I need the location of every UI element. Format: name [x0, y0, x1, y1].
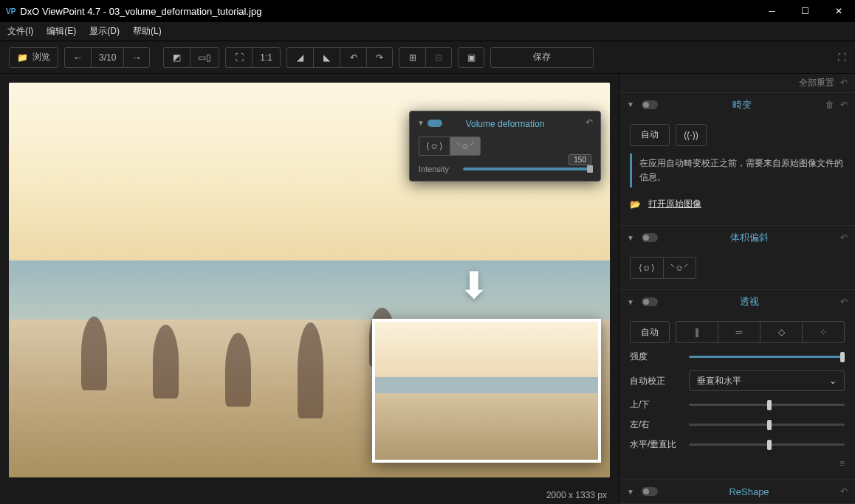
- menu-display[interactable]: 显示(D): [89, 25, 120, 38]
- folder-open-icon: 📂: [630, 199, 641, 210]
- ratio-slider[interactable]: [689, 443, 845, 446]
- reset-icon[interactable]: ↶: [840, 232, 848, 243]
- reset-icon[interactable]: ↶: [840, 297, 848, 307]
- arrow-right-icon: →: [131, 52, 142, 63]
- next-button[interactable]: →: [123, 47, 150, 68]
- arrow-down-icon: ⬇: [459, 264, 490, 307]
- reset-icon[interactable]: ↶: [840, 100, 848, 110]
- rotate-right-button[interactable]: ↷: [366, 47, 393, 68]
- image-viewer: ▼ ↶ Volume deformation ⟨☺⟩ ⸌☺⸍ Intensity…: [0, 74, 619, 504]
- perspective-tool-vertical[interactable]: ‖: [676, 321, 718, 343]
- rect-icon: ◇: [778, 327, 785, 337]
- volume-mode-h-button[interactable]: ⟨☺⟩: [630, 257, 663, 279]
- compare-split-icon: ▭▯: [198, 52, 211, 63]
- chevron-down-icon: ▼: [627, 298, 636, 306]
- guides-icon: ⊟: [435, 52, 442, 63]
- toolbar: 📁 浏览 ← 3/10 → ◩ ▭▯ ⛶ 1:1 ◢ ◣ ↶ ↷ ⊞ ⊟ ▣ 保…: [0, 41, 855, 74]
- intensity-label: Intensity: [419, 165, 456, 173]
- crop-button[interactable]: ▣: [458, 47, 484, 68]
- grid-icon: ⊞: [409, 52, 416, 63]
- maximize-button[interactable]: ☐: [789, 0, 822, 22]
- perspective-auto-button[interactable]: 自动: [630, 321, 670, 343]
- updown-slider[interactable]: [689, 404, 845, 406]
- overlay-toggle[interactable]: [428, 120, 442, 127]
- undo-icon[interactable]: ↶: [840, 77, 848, 88]
- perspective-tool-rect[interactable]: ◇: [760, 321, 802, 343]
- distortion-auto-button[interactable]: 自动: [630, 124, 670, 146]
- chevron-down-icon: ▼: [627, 100, 636, 108]
- intensity-value: 150: [569, 154, 591, 165]
- more-icon[interactable]: ≡: [839, 458, 845, 469]
- leftright-slider[interactable]: [689, 424, 845, 426]
- rotate-left-button[interactable]: ↶: [340, 47, 366, 68]
- reset-all-button[interactable]: 全部重置: [799, 77, 834, 89]
- flip-h-button[interactable]: ◢: [286, 47, 313, 68]
- guides-button[interactable]: ⊟: [425, 47, 452, 68]
- horizontal-lines-icon: ═: [736, 327, 743, 337]
- chevron-down-icon: ▼: [627, 488, 636, 496]
- panel-reshape: ▼ ReShape ↶: [619, 480, 855, 504]
- panel-distortion-header[interactable]: ▼ 畸变 🗑↶: [619, 93, 855, 117]
- open-original-link[interactable]: 📂 打开原始图像: [630, 193, 845, 215]
- volume-mode-d-button[interactable]: ⸌☺⸍: [663, 257, 697, 279]
- distortion-toggle[interactable]: [642, 100, 658, 109]
- person-h-icon: ⟨☺⟩: [426, 141, 442, 151]
- chevron-down-icon[interactable]: ▼: [417, 119, 425, 127]
- panel-title: 畸变: [664, 98, 820, 111]
- menu-file[interactable]: 文件(I): [7, 25, 33, 38]
- close-button[interactable]: ✕: [822, 0, 855, 22]
- reshape-toggle[interactable]: [642, 487, 658, 496]
- flip-v-icon: ◣: [323, 52, 330, 63]
- folder-icon: 📁: [17, 52, 28, 63]
- canvas[interactable]: ▼ ↶ Volume deformation ⟨☺⟩ ⸌☺⸍ Intensity…: [9, 83, 610, 477]
- perspective-tool-horizontal[interactable]: ═: [718, 321, 760, 343]
- fullscreen-button[interactable]: ⛶: [837, 52, 846, 63]
- overlay-reset-button[interactable]: ↶: [586, 117, 593, 128]
- chevron-down-icon: ▼: [627, 234, 636, 242]
- panel-title: ReShape: [664, 486, 834, 497]
- fit-button[interactable]: ⛶: [225, 47, 252, 68]
- auto-correct-select[interactable]: 垂直和水平 ⌄: [689, 370, 845, 391]
- rotate-left-icon: ↶: [350, 52, 357, 63]
- compare-side-button[interactable]: ◩: [163, 47, 190, 68]
- browse-label: 浏览: [32, 51, 50, 63]
- person-h-icon: ⟨☺⟩: [639, 263, 655, 273]
- volume-toggle[interactable]: [642, 233, 658, 242]
- points-icon: ⁘: [820, 327, 827, 337]
- distortion-manual-button[interactable]: ((·)): [676, 124, 707, 146]
- reset-icon[interactable]: ↶: [840, 486, 848, 497]
- auto-correct-label: 自动校正: [630, 375, 681, 387]
- menu-bar: 文件(I) 编辑(E) 显示(D) 帮助(L): [0, 22, 855, 41]
- panel-perspective-header[interactable]: ▼ 透视 ↶: [619, 290, 855, 314]
- menu-edit[interactable]: 编辑(E): [47, 25, 76, 38]
- title-bar: VP DxO ViewPoint 4.7 - 03_volume_deforma…: [0, 0, 855, 22]
- volume-diagonal-button[interactable]: ⸌☺⸍: [450, 137, 481, 156]
- panel-perspective: ▼ 透视 ↶ 自动 ‖ ═ ◇ ⁘ 强度: [619, 290, 855, 480]
- compare-side-icon: ◩: [173, 52, 181, 63]
- person-d-icon: ⸌☺⸍: [670, 263, 688, 273]
- compare-split-button[interactable]: ▭▯: [190, 47, 219, 68]
- panel-volume-header[interactable]: ▼ 体积偏斜 ↶: [619, 226, 855, 249]
- grid-button[interactable]: ⊞: [399, 47, 425, 68]
- perspective-tool-8point[interactable]: ⁘: [802, 321, 845, 343]
- panel-reshape-header[interactable]: ▼ ReShape ↶: [619, 480, 855, 503]
- zoom-11-button[interactable]: 1:1: [252, 47, 281, 68]
- trash-icon[interactable]: 🗑: [825, 100, 834, 110]
- intensity-slider[interactable]: 150: [463, 168, 591, 170]
- crop-icon: ▣: [467, 52, 475, 63]
- flip-v-button[interactable]: ◣: [313, 47, 340, 68]
- prev-button[interactable]: ←: [64, 47, 91, 68]
- sliders-icon: ((·)): [684, 130, 698, 140]
- window-title: DxO ViewPoint 4.7 - 03_volume_deformatio…: [20, 6, 755, 17]
- result-preview-inset: [372, 319, 601, 463]
- perspective-toggle[interactable]: [642, 297, 658, 306]
- perspective-intensity-slider[interactable]: [689, 356, 845, 358]
- minimize-button[interactable]: ─: [755, 0, 789, 22]
- volume-horizontal-button[interactable]: ⟨☺⟩: [419, 137, 450, 156]
- save-button[interactable]: 保存: [490, 47, 594, 68]
- image-dimensions: 2000 x 1333 px: [546, 490, 607, 500]
- fit-icon: ⛶: [235, 52, 244, 63]
- browse-button[interactable]: 📁 浏览: [9, 47, 58, 68]
- menu-help[interactable]: 帮助(L): [133, 25, 162, 38]
- intensity-label: 强度: [630, 351, 681, 363]
